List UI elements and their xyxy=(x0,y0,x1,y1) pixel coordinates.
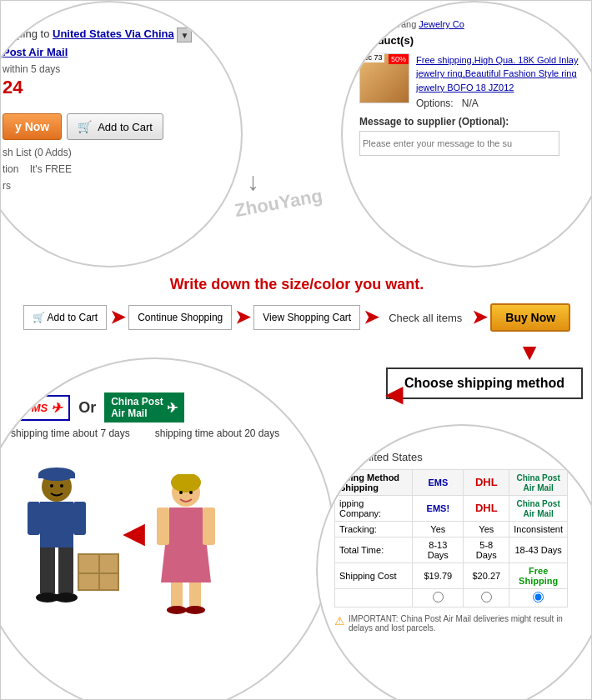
china-post-label: China PostAir Mail xyxy=(111,396,163,419)
label-cost: Shipping Cost xyxy=(335,562,413,588)
header-empty: pping MethodShipping xyxy=(335,469,413,495)
view-cart-button[interactable]: View Shopping Cart xyxy=(253,305,360,330)
china-post-total-time: 18-43 Days xyxy=(509,537,568,562)
message-label: Message to supplier (Optional): xyxy=(359,116,592,128)
add-to-cart-button-top[interactable]: 🛒 Add to Cart xyxy=(67,113,163,140)
protection-text: tion It's FREE xyxy=(3,163,236,175)
protection-label: tion xyxy=(3,163,18,175)
cart-icon: 🛒 xyxy=(78,120,92,133)
recipient-female-svg xyxy=(153,474,219,616)
svg-point-19 xyxy=(185,606,205,614)
step-arrow-4: ➤ xyxy=(472,307,487,328)
package-line-v xyxy=(98,555,100,589)
protection-suffix: rs xyxy=(3,180,236,192)
table-row-radio xyxy=(335,588,568,607)
product-description: Free shipping,High Qua. 18K Gold Inlay j… xyxy=(416,53,592,109)
package-box xyxy=(78,553,119,591)
header-ems: EMS xyxy=(413,469,464,495)
important-text: IMPORTANT: China Post Air Mail deliverie… xyxy=(349,614,568,632)
options-value: N/A xyxy=(462,98,479,109)
buy-now-steps-button[interactable]: Buy Now xyxy=(490,303,570,332)
shipping-time-row: shipping time about 7 days shipping time… xyxy=(11,428,311,439)
protection-value: It's FREE xyxy=(30,163,72,175)
shipping-prefix: hipping to xyxy=(3,28,49,40)
check-items-text: Check all items xyxy=(382,306,469,330)
china-post-cost: FreeShipping xyxy=(509,562,568,588)
svg-rect-2 xyxy=(38,474,75,478)
radio-china-post[interactable] xyxy=(509,588,568,607)
seller-prefix: ier: ZhouYang xyxy=(359,19,416,29)
delivery-arrow: ◀ xyxy=(123,518,144,549)
radio-ems-input[interactable] xyxy=(433,592,444,602)
dhl-tracking: Yes xyxy=(464,521,509,537)
product-image: 50% sec 73 xyxy=(359,53,409,103)
steps-row: 🛒 Add to Cart ➤ Continue Shopping ➤ View… xyxy=(1,303,592,332)
dropdown-arrow[interactable]: ▼ xyxy=(177,28,192,42)
table-header-row: pping MethodShipping EMS DHL China PostA… xyxy=(335,469,568,495)
svg-rect-5 xyxy=(73,502,86,535)
warning-icon: ⚠ xyxy=(334,614,345,628)
add-to-cart-step-button[interactable]: 🛒 Add to Cart xyxy=(23,305,107,330)
seller-label: ier: ZhouYang Jewelry Co xyxy=(359,19,592,29)
ems-text: MS xyxy=(32,402,48,414)
radio-empty xyxy=(335,588,413,607)
post-air-mail-link[interactable]: Post Air Mail xyxy=(3,46,68,58)
continue-shopping-label: Continue Shopping xyxy=(138,312,223,323)
dhl-company-logo: DHL xyxy=(464,495,509,521)
china-post-shipping-time: shipping time about 20 days xyxy=(155,428,279,439)
step-arrow-1: ➤ xyxy=(110,307,125,328)
connector-arrow: ↓ xyxy=(247,168,259,196)
view-cart-label: View Shopping Cart xyxy=(263,312,351,323)
shipping-link[interactable]: United States Via China xyxy=(53,28,174,40)
label-total-time: Total Time: xyxy=(335,537,413,562)
table-row-tracking: Tracking: Yes Yes Inconsistent xyxy=(335,521,568,537)
svg-point-20 xyxy=(179,491,183,494)
product-badge: 50% xyxy=(389,54,409,64)
message-input[interactable] xyxy=(359,131,559,156)
courier-male-svg xyxy=(19,466,94,616)
add-to-cart-step-label: Add to Cart xyxy=(48,312,98,323)
vertical-arrow-icon: ▼ xyxy=(518,341,541,364)
or-text: Or xyxy=(78,399,96,417)
price-display: 24 xyxy=(3,77,236,98)
svg-point-10 xyxy=(50,484,53,488)
svg-point-18 xyxy=(167,606,187,614)
delivery-text: within 5 days xyxy=(3,63,236,75)
svg-point-9 xyxy=(54,592,78,602)
circle-top-left: hipping to United States Via China ▼ Pos… xyxy=(0,1,243,268)
china-post-tracking: Inconsistent xyxy=(509,521,568,537)
radio-ems[interactable] xyxy=(413,588,464,607)
step-arrow-3: ➤ xyxy=(364,307,379,328)
svg-point-21 xyxy=(189,491,193,494)
circle-bottom-left: E MS ✈ Or China PostAir Mail ✈ shipping … xyxy=(0,358,334,700)
product-desc-link[interactable]: Free shipping,High Qua. 18K Gold Inlay j… xyxy=(416,55,578,92)
continue-shopping-button[interactable]: Continue Shopping xyxy=(128,305,232,330)
svg-rect-7 xyxy=(58,548,73,593)
buy-now-button[interactable]: y Now xyxy=(3,113,62,140)
header-china-post: China PostAir Mail xyxy=(509,469,568,495)
options-row: Options: N/A xyxy=(416,98,592,109)
table-row-cost: Shipping Cost $19.79 $20.27 FreeShipping xyxy=(335,562,568,588)
buy-now-label: y Now xyxy=(15,120,49,133)
radio-dhl-input[interactable] xyxy=(481,592,492,602)
china-post-company: China PostAir Mail xyxy=(509,495,568,521)
shipping-table: pping MethodShipping EMS DHL China PostA… xyxy=(334,469,568,608)
ems-logo: E MS ✈ xyxy=(11,395,70,421)
china-post-plane: ✈ xyxy=(167,400,178,416)
product-label: sec 73 xyxy=(359,52,384,62)
seller-name-link[interactable]: Jewelry Co xyxy=(419,19,464,29)
product-row: 50% sec 73 Free shipping,High Qua. 18K G… xyxy=(359,53,592,109)
radio-china-post-input[interactable] xyxy=(533,592,544,602)
shipping-label: hipping to United States Via China ▼ xyxy=(3,28,236,42)
circle-top-right: ier: ZhouYang Jewelry Co Product(s) 50% … xyxy=(341,1,592,268)
circle-bottom-right: United States pping MethodShipping EMS D… xyxy=(316,424,592,700)
dhl-total-time: 5-8 Days xyxy=(464,537,509,562)
ems-plane: ✈ xyxy=(51,400,62,416)
country-name: United States xyxy=(358,451,423,463)
table-row-shipping-company: ipping Company: EMS! DHL China PostAir M… xyxy=(335,495,568,521)
ems-cost: $19.79 xyxy=(413,562,464,588)
ems-company-logo: EMS! xyxy=(413,495,464,521)
left-arrow: ◀ xyxy=(385,380,404,408)
radio-dhl[interactable] xyxy=(464,588,509,607)
instruction-area: Write down the size/color you want. 🛒 Ad… xyxy=(1,268,592,336)
